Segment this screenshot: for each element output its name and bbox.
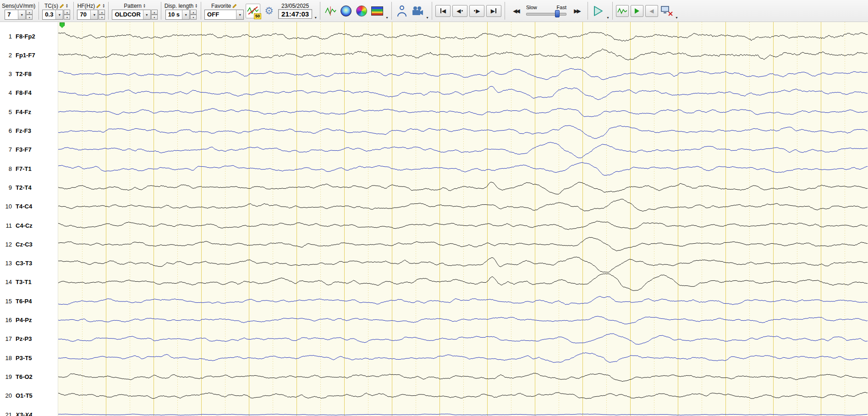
chevron-down-icon[interactable]: ▼	[55, 10, 63, 19]
channel-label: T6-P4	[16, 298, 32, 305]
slider-handle[interactable]	[555, 10, 560, 17]
channel-label-row[interactable]: 19T6-O2	[0, 373, 58, 380]
tc-label: TC(s)	[44, 3, 58, 9]
separator	[201, 2, 201, 20]
channel-label: P3-T5	[16, 355, 32, 361]
sens-value: 7	[5, 10, 18, 19]
topo-map-button[interactable]	[339, 4, 353, 18]
spin-down-icon[interactable]: ▼	[64, 15, 70, 20]
auto-play-button[interactable]	[631, 5, 643, 17]
step-back-button[interactable]: ◀	[645, 5, 658, 17]
channel-label-row[interactable]: 16P4-Pz	[0, 317, 58, 324]
trend-view-button[interactable]	[324, 4, 337, 18]
display-length-select[interactable]: 10 s ▼	[165, 10, 190, 20]
channel-label: Fz-F3	[16, 127, 31, 134]
rewind-button[interactable]: ◀◀	[508, 5, 523, 17]
channel-label-row[interactable]: 2Fp1-F7	[0, 51, 58, 59]
channel-label-row[interactable]: 9T2-T4	[0, 184, 58, 191]
hf-spinner[interactable]: ▲▼	[99, 10, 105, 20]
chevron-down-icon[interactable]: ▼	[18, 10, 25, 19]
channel-label-row[interactable]: 4F8-F4	[0, 89, 58, 97]
channel-label-row[interactable]: 15T6-P4	[0, 297, 58, 305]
tc-select[interactable]: 0.3 ▼	[42, 10, 63, 20]
pattern-mini-spinner[interactable]: ▲▼	[143, 4, 146, 8]
chevron-down-icon[interactable]: ▼	[426, 16, 429, 21]
hf-mini-spinner[interactable]: ▲▼	[102, 4, 105, 8]
fast-forward-button[interactable]: ▶▶	[569, 5, 584, 17]
prev-page-button[interactable]: ◀	[452, 5, 467, 17]
spin-up-icon[interactable]: ▲	[190, 10, 197, 15]
sens-spinner[interactable]: ▲▼	[26, 10, 33, 20]
pencil-edit-icon[interactable]	[60, 4, 64, 8]
spin-up-icon[interactable]: ▲	[151, 10, 158, 15]
patient-info-button[interactable]	[395, 4, 409, 18]
spin-down-icon[interactable]: ▼	[99, 15, 105, 20]
review-waveform-button[interactable]	[616, 5, 629, 17]
channel-label-row[interactable]: 6Fz-F3	[0, 127, 58, 135]
tc-spinner[interactable]: ▲▼	[64, 10, 70, 20]
spin-up-icon[interactable]: ▲	[64, 10, 70, 15]
channel-number: 13	[0, 260, 12, 267]
pattern-spinner[interactable]: ▲▼	[151, 10, 158, 20]
channel-label-row[interactable]: 7F3-F7	[0, 146, 58, 153]
channel-label-row[interactable]: 21X3-X4	[0, 411, 58, 416]
spin-up-icon[interactable]: ▲	[99, 10, 105, 15]
eeg-trace-canvas[interactable]	[58, 22, 868, 416]
pencil-edit-icon[interactable]	[96, 4, 101, 8]
display-length-spinner[interactable]: ▲▼	[190, 10, 197, 20]
chevron-down-icon[interactable]: ▼	[675, 16, 678, 21]
sens-select[interactable]: 7 ▼	[5, 10, 26, 20]
next-page-button[interactable]: ▶	[469, 5, 484, 17]
channel-label-row[interactable]: 5F4-Fz	[0, 108, 58, 115]
video-button[interactable]	[411, 4, 424, 18]
channel-label: C3-T3	[16, 260, 32, 267]
channel-label-row[interactable]: 10T4-C4	[0, 203, 58, 210]
channel-label-row[interactable]: 1F8-Fp2	[0, 33, 58, 40]
eeg-display-area: 1F8-Fp22Fp1-F73T2-F84F8-F45F4-Fz6Fz-F37F…	[0, 22, 868, 416]
left-triangle-icon: ◀	[649, 8, 654, 14]
spin-down-icon[interactable]: ▼	[190, 15, 197, 20]
channel-label-row[interactable]: 11C4-Cz	[0, 222, 58, 229]
rainbow-circle-icon	[356, 5, 367, 16]
spin-down-icon[interactable]: ▼	[151, 15, 158, 20]
speed-slider[interactable]: Slow Fast	[526, 5, 566, 17]
channel-number: 10	[0, 203, 12, 210]
channel-label-row[interactable]: 20O1-T5	[0, 392, 58, 400]
channel-label-row[interactable]: 17Pz-P3	[0, 335, 58, 343]
chevron-down-icon[interactable]: ▼	[182, 10, 189, 19]
hf-value: 70	[77, 10, 90, 19]
tc-value: 0.3	[43, 10, 55, 19]
channel-label-row[interactable]: 3T2-F8	[0, 71, 58, 78]
chevron-down-icon[interactable]: ▼	[236, 10, 243, 19]
slider-track[interactable]	[526, 10, 566, 17]
play-button[interactable]	[591, 4, 605, 18]
favorite-select[interactable]: OFF ▼	[204, 10, 244, 20]
channel-label: F4-Fz	[16, 109, 31, 115]
spin-down-icon[interactable]: ▼	[26, 15, 33, 20]
notch-filter-button[interactable]: 50	[246, 4, 260, 18]
chevron-down-icon[interactable]: ▼	[90, 10, 98, 19]
last-page-button[interactable]: ▶	[486, 5, 501, 17]
channel-label-row[interactable]: 14T3-T1	[0, 279, 58, 286]
pencil-edit-icon[interactable]	[232, 4, 237, 8]
dsa-view-button[interactable]	[370, 4, 384, 18]
hf-select[interactable]: 70 ▼	[77, 10, 98, 20]
tc-mini-spinner[interactable]: ▲▼	[66, 4, 68, 8]
channel-label-row[interactable]: 13C3-T3	[0, 260, 58, 267]
pattern-select[interactable]: OLDCOR ▼	[112, 10, 150, 20]
channel-label-row[interactable]: 18P3-T5	[0, 354, 58, 361]
channel-label: T2-T4	[16, 184, 32, 191]
network-settings-button[interactable]	[660, 4, 674, 18]
channel-label-row[interactable]: 12Cz-C3	[0, 241, 58, 248]
chevron-down-icon[interactable]: ▼	[143, 10, 150, 19]
chevron-down-icon[interactable]: ▼	[385, 16, 389, 21]
first-page-button[interactable]: ◀	[435, 5, 450, 17]
color-map-button[interactable]	[355, 4, 368, 18]
chevron-down-icon[interactable]: ▼	[606, 16, 610, 21]
hf-control-group: HF(Hz) ▲▼ 70 ▼ ▲▼	[76, 2, 106, 20]
spin-up-icon[interactable]: ▲	[26, 10, 33, 15]
display-length-mini-spinner[interactable]: ▲▼	[195, 4, 198, 8]
channel-label-row[interactable]: 8F7-T1	[0, 165, 58, 172]
chevron-down-icon[interactable]: ▼	[314, 16, 317, 21]
montage-settings-button[interactable]: ⚙	[262, 4, 276, 18]
